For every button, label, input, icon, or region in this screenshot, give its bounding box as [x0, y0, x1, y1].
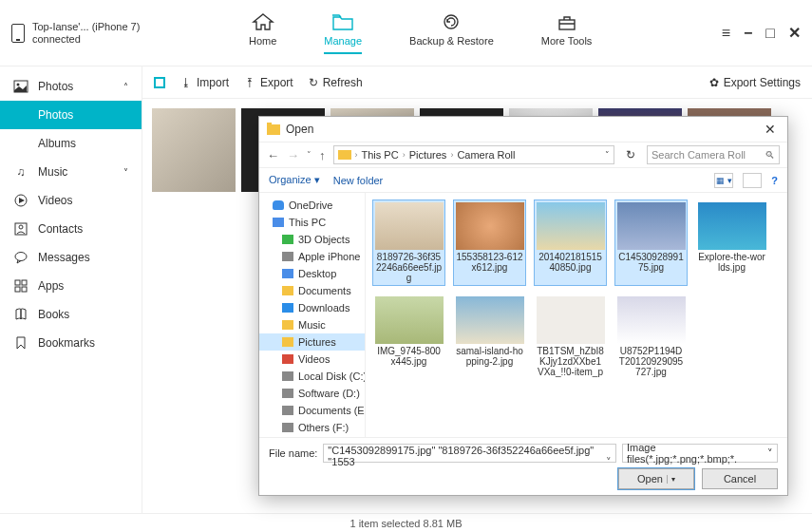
view-mode-button[interactable]: ▦ ▾: [714, 173, 733, 188]
download-icon: [282, 303, 293, 313]
filename-input[interactable]: "C1453092899175.jpg" "8189726-36f352246a…: [323, 444, 616, 463]
help-icon[interactable]: ?: [771, 175, 778, 186]
refresh-button[interactable]: ↻Refresh: [309, 76, 363, 89]
file-name-label: IMG_9745-800x445.jpg: [375, 346, 443, 367]
file-filter-select[interactable]: Image files(*.jpg;*.png;*.bmp;*.˅: [622, 444, 778, 463]
file-item[interactable]: 155358123-612x612.jpg: [454, 200, 525, 285]
menu-icon[interactable]: ≡: [722, 25, 730, 42]
export-settings-button[interactable]: ✿Export Settings: [709, 76, 801, 89]
folder-icon: [338, 150, 351, 160]
sidebar-item-contacts[interactable]: Contacts: [0, 215, 142, 243]
select-all-checkbox[interactable]: [154, 77, 165, 88]
tree-software-d[interactable]: Software (D:): [259, 385, 365, 402]
cancel-button[interactable]: Cancel: [702, 468, 778, 489]
sidebar-item-photos[interactable]: Photos ˄: [0, 72, 142, 101]
drive-icon: [282, 423, 293, 432]
music-icon: [282, 320, 293, 330]
sidebar-item-books[interactable]: Books: [0, 300, 142, 329]
new-folder-button[interactable]: New folder: [333, 175, 384, 186]
file-item[interactable]: TB1TSM_hZbI8KJjy1zdXXbe1VXa_!!0-item_pic…: [535, 294, 606, 379]
file-name-label: 8189726-36f352246a66ee5f.jpg: [375, 252, 443, 283]
tree-onedrive[interactable]: OneDrive: [259, 197, 365, 214]
tree-desktop[interactable]: Desktop: [259, 265, 365, 282]
chevron-up-icon: ˄: [123, 82, 128, 92]
nav-back-button[interactable]: ←: [267, 148, 279, 162]
sidebar-sub-photos[interactable]: Photos: [0, 101, 142, 129]
folder-icon: [331, 12, 354, 31]
pictures-icon: [282, 337, 293, 347]
tab-backup[interactable]: Backup & Restore: [409, 12, 494, 54]
export-button[interactable]: ⭱Export: [244, 76, 293, 89]
file-name-label: samal-island-hopping-2.jpg: [456, 346, 523, 367]
file-item[interactable]: IMG_9745-800x445.jpg: [373, 294, 444, 379]
drive-icon: [282, 371, 293, 381]
pc-icon: [273, 218, 284, 227]
tree-documents[interactable]: Documents: [259, 282, 365, 299]
maximize-button[interactable]: □: [765, 25, 775, 42]
file-item[interactable]: samal-island-hopping-2.jpg: [454, 294, 525, 379]
svg-rect-8: [15, 280, 20, 285]
nav-recent-button[interactable]: ˅: [307, 150, 312, 160]
sidebar-item-music[interactable]: ♫ Music ˅: [0, 158, 142, 186]
tree-local-c[interactable]: Local Disk (C:): [259, 368, 365, 385]
nav-up-button[interactable]: ↑: [319, 148, 326, 162]
tab-home[interactable]: Home: [249, 12, 276, 54]
tree-this-pc[interactable]: This PC: [259, 214, 365, 231]
nav-forward-button[interactable]: →: [287, 148, 299, 162]
tree-music[interactable]: Music: [259, 316, 365, 333]
svg-point-3: [17, 84, 20, 86]
minimize-button[interactable]: −: [744, 25, 752, 42]
tree-pictures[interactable]: Pictures: [259, 333, 365, 351]
sidebar-item-videos[interactable]: Videos: [0, 186, 142, 215]
device-info[interactable]: Top-Ianse'... (iPhone 7) connected: [11, 21, 154, 46]
tab-tools[interactable]: More Tools: [541, 12, 593, 54]
folder-icon: [267, 124, 280, 135]
desktop-icon: [282, 269, 293, 278]
sidebar-sub-albums[interactable]: Albums: [0, 129, 142, 158]
tree-3d-objects[interactable]: 3D Objects: [259, 231, 365, 248]
videos-icon: [282, 354, 293, 364]
search-icon: 🔍︎: [765, 149, 775, 161]
nav-refresh-button[interactable]: ↻: [622, 148, 639, 162]
tree-documents-e[interactable]: Documents (E:): [259, 402, 365, 419]
svg-rect-10: [15, 287, 20, 292]
tree-downloads[interactable]: Downloads: [259, 299, 365, 316]
svg-rect-11: [22, 287, 27, 292]
address-bar[interactable]: › This PC› Pictures› Camera Roll ˅: [333, 145, 615, 164]
file-name-label: U8752P1194DT20120929095727.jpg: [617, 346, 685, 377]
tree-apple-iphone[interactable]: Apple iPhone: [259, 248, 365, 265]
file-item[interactable]: C1453092899175.jpg: [615, 200, 687, 285]
open-button[interactable]: Open▾: [618, 468, 694, 489]
tab-manage[interactable]: Manage: [324, 12, 362, 54]
sidebar-item-bookmarks[interactable]: Bookmarks: [0, 329, 142, 357]
file-list: 8189726-36f352246a66ee5f.jpg155358123-61…: [366, 193, 787, 437]
file-thumbnail: [617, 202, 686, 250]
folder-icon: [282, 286, 293, 295]
chevron-down-icon[interactable]: ˅: [605, 150, 610, 160]
file-thumbnail: [698, 202, 766, 250]
organize-button[interactable]: Organize ▾: [269, 174, 320, 186]
file-item[interactable]: 8189726-36f352246a66ee5f.jpg: [373, 200, 444, 285]
dialog-close-button[interactable]: ✕: [761, 122, 780, 137]
svg-rect-9: [22, 280, 27, 285]
file-thumbnail: [537, 202, 605, 250]
close-button[interactable]: ✕: [788, 24, 801, 42]
sidebar-item-apps[interactable]: Apps: [0, 272, 142, 300]
file-name-label: C1453092899175.jpg: [617, 252, 685, 273]
import-button[interactable]: ⭳Import: [180, 76, 229, 89]
tree-others-f[interactable]: Others (F:): [259, 419, 365, 436]
photo-thumb[interactable]: [152, 108, 236, 192]
sidebar-item-messages[interactable]: Messages: [0, 243, 142, 272]
drive-icon: [282, 406, 293, 415]
gear-icon: ✿: [709, 76, 719, 89]
preview-pane-button[interactable]: [743, 173, 762, 188]
backup-icon: [440, 12, 463, 31]
file-item[interactable]: 20140218151540850.jpg: [535, 200, 606, 285]
file-item[interactable]: Explore-the-worlds.jpg: [696, 200, 767, 285]
file-item[interactable]: U8752P1194DT20120929095727.jpg: [615, 294, 687, 379]
svg-point-0: [444, 15, 458, 28]
search-input[interactable]: Search Camera Roll 🔍︎: [647, 145, 780, 164]
tree-videos[interactable]: Videos: [259, 351, 365, 368]
image-icon: [13, 80, 28, 93]
file-thumbnail: [456, 296, 524, 344]
